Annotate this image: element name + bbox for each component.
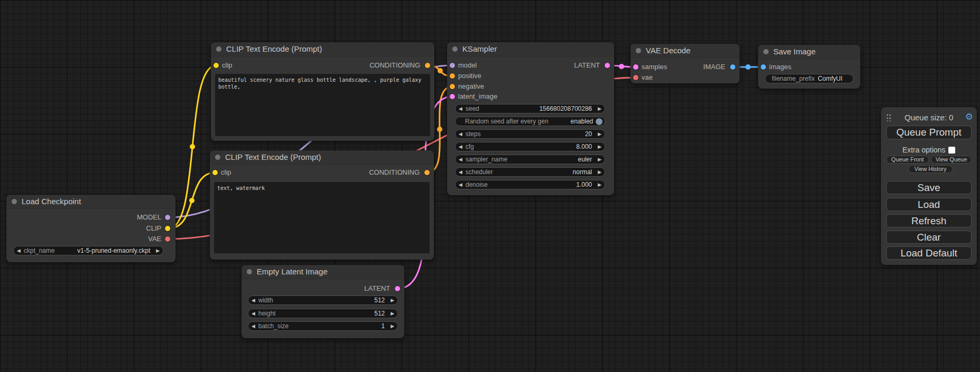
settings-gear-icon[interactable]: ⚙ — [965, 111, 973, 122]
node-title: Save Image — [773, 47, 816, 56]
cfg-widget[interactable]: ◀ cfg 8.000 ▶ — [455, 142, 605, 151]
collapse-dot-icon[interactable] — [247, 269, 252, 274]
images-input-slot[interactable] — [761, 64, 766, 70]
node-title-bar[interactable]: CLIP Text Encode (Prompt) — [210, 150, 434, 165]
node-title-bar[interactable]: KSampler — [447, 42, 614, 56]
input-label-negative: negative — [458, 82, 484, 91]
seed-widget[interactable]: ◀ seed 156680208700286 ▶ — [455, 104, 605, 113]
sampler-name-widget[interactable]: ◀ sampler_name euler ▶ — [455, 155, 605, 164]
link-dot-conditioning-negative[interactable] — [437, 127, 442, 132]
node-vae-decode[interactable]: VAE Decode samples vae IMAGE — [630, 44, 740, 83]
node-title-bar[interactable]: Load Checkpoint — [6, 195, 176, 209]
filename-prefix-widget[interactable]: filename_prefix ComfyUI — [765, 74, 853, 83]
increment-icon[interactable]: ▶ — [595, 168, 601, 176]
widget-value: 512 — [374, 297, 387, 304]
decrement-icon[interactable]: ◀ — [459, 155, 465, 164]
collapse-dot-icon[interactable] — [216, 46, 221, 52]
model-input-slot[interactable] — [450, 63, 455, 68]
decrement-icon[interactable]: ◀ — [459, 142, 465, 151]
latent-image-input-slot[interactable] — [450, 94, 455, 99]
increment-icon[interactable]: ▶ — [595, 180, 601, 189]
collapse-dot-icon[interactable] — [636, 48, 641, 53]
image-output-slot[interactable] — [730, 64, 735, 70]
decrement-icon[interactable]: ◀ — [251, 322, 258, 330]
collapse-dot-icon[interactable] — [12, 199, 17, 204]
node-clip-text-encode-negative[interactable]: CLIP Text Encode (Prompt) clip CONDITION… — [210, 150, 434, 260]
decrement-icon[interactable]: ◀ — [459, 104, 465, 113]
vae-input-slot[interactable] — [633, 75, 638, 80]
decrement-icon[interactable]: ◀ — [251, 309, 258, 318]
vae-output-slot[interactable] — [165, 236, 170, 242]
load-default-button[interactable]: Load Default — [886, 246, 972, 260]
node-clip-text-encode-positive[interactable]: CLIP Text Encode (Prompt) clip CONDITION… — [211, 42, 434, 141]
decrement-icon[interactable]: ◀ — [459, 130, 465, 138]
queue-front-button[interactable]: Queue Front — [886, 156, 929, 164]
increment-icon[interactable]: ▶ — [595, 142, 601, 151]
latent-output-slot[interactable] — [395, 286, 400, 291]
denoise-widget[interactable]: ◀ denoise 1.000 ▶ — [455, 180, 605, 189]
collapse-dot-icon[interactable] — [215, 155, 220, 160]
increment-icon[interactable]: ▶ — [387, 296, 394, 304]
input-label-clip: clip — [221, 168, 231, 177]
ckpt-name-widget[interactable]: ◀ ckpt_name v1-5-pruned-emaonly.ckpt ▶ — [13, 246, 163, 255]
node-ksampler[interactable]: KSampler model positive negative latent_… — [447, 42, 614, 195]
batch-size-widget[interactable]: ◀ batch_size 1 ▶ — [248, 321, 398, 331]
model-output-slot[interactable] — [165, 215, 170, 220]
widget-value: enabled — [570, 118, 596, 125]
negative-prompt-textarea[interactable]: text, watermark — [214, 182, 430, 253]
toggle-knob-icon[interactable] — [596, 118, 603, 125]
increment-icon[interactable]: ▶ — [153, 246, 160, 255]
clip-input-slot[interactable] — [212, 170, 218, 175]
width-widget[interactable]: ◀ width 512 ▶ — [248, 295, 398, 305]
node-title-bar[interactable]: Empty Latent Image — [241, 265, 404, 279]
steps-widget[interactable]: ◀ steps 20 ▶ — [455, 129, 605, 139]
output-label-latent: LATENT — [574, 61, 600, 70]
output-label-model: MODEL — [137, 213, 161, 222]
decrement-icon[interactable]: ◀ — [251, 296, 258, 304]
save-button[interactable]: Save — [886, 181, 972, 194]
link-dot-image[interactable] — [745, 64, 751, 70]
conditioning-output-slot[interactable] — [424, 170, 430, 175]
collapse-dot-icon[interactable] — [763, 49, 769, 54]
latent-output-slot[interactable] — [605, 63, 610, 68]
node-load-checkpoint[interactable]: Load Checkpoint MODEL CLIP VAE ◀ ckpt_na… — [6, 195, 176, 262]
widget-label: seed — [465, 105, 479, 112]
positive-input-slot[interactable] — [450, 73, 455, 79]
samples-input-slot[interactable] — [633, 64, 638, 70]
node-title-bar[interactable]: Save Image — [758, 45, 860, 59]
increment-icon[interactable]: ▶ — [387, 309, 394, 318]
random-seed-toggle-widget[interactable]: Random seed after every gen enabled — [455, 117, 605, 126]
input-label-clip: clip — [222, 61, 232, 70]
extra-options-checkbox[interactable] — [948, 147, 955, 154]
negative-input-slot[interactable] — [450, 84, 455, 89]
increment-icon[interactable]: ▶ — [595, 130, 601, 138]
view-queue-button[interactable]: View Queue — [931, 156, 972, 164]
scheduler-widget[interactable]: ◀ scheduler normal ▶ — [455, 167, 605, 177]
view-history-button[interactable]: View History — [908, 165, 953, 173]
node-title-bar[interactable]: CLIP Text Encode (Prompt) — [211, 42, 434, 56]
collapse-dot-icon[interactable] — [452, 46, 458, 52]
link-dot-clip-positive[interactable] — [190, 144, 195, 149]
link-dot-clip-negative[interactable] — [189, 198, 195, 203]
load-button[interactable]: Load — [886, 198, 972, 211]
clear-button[interactable]: Clear — [886, 231, 972, 244]
increment-icon[interactable]: ▶ — [595, 104, 601, 113]
increment-icon[interactable]: ▶ — [595, 155, 601, 164]
decrement-icon[interactable]: ◀ — [459, 180, 465, 189]
positive-prompt-textarea[interactable]: beautiful scenery nature glass bottle la… — [215, 74, 430, 136]
queue-prompt-button[interactable]: Queue Prompt — [886, 126, 972, 139]
clip-output-slot[interactable] — [165, 226, 170, 231]
node-title-bar[interactable]: VAE Decode — [630, 44, 740, 58]
refresh-button[interactable]: Refresh — [886, 214, 972, 227]
conditioning-output-slot[interactable] — [425, 63, 430, 68]
decrement-icon[interactable]: ◀ — [459, 168, 465, 176]
node-save-image[interactable]: Save Image images filename_prefix ComfyU… — [758, 45, 860, 89]
link-dot-conditioning-positive[interactable] — [438, 68, 443, 73]
link-dot-latent[interactable] — [619, 64, 624, 69]
clip-input-slot[interactable] — [214, 63, 219, 68]
input-label-latent-image: latent_image — [458, 92, 497, 101]
node-empty-latent-image[interactable]: Empty Latent Image LATENT ◀ width 512 ▶ … — [241, 265, 404, 338]
increment-icon[interactable]: ▶ — [387, 322, 394, 330]
height-widget[interactable]: ◀ height 512 ▶ — [248, 309, 398, 318]
decrement-icon[interactable]: ◀ — [17, 246, 24, 255]
